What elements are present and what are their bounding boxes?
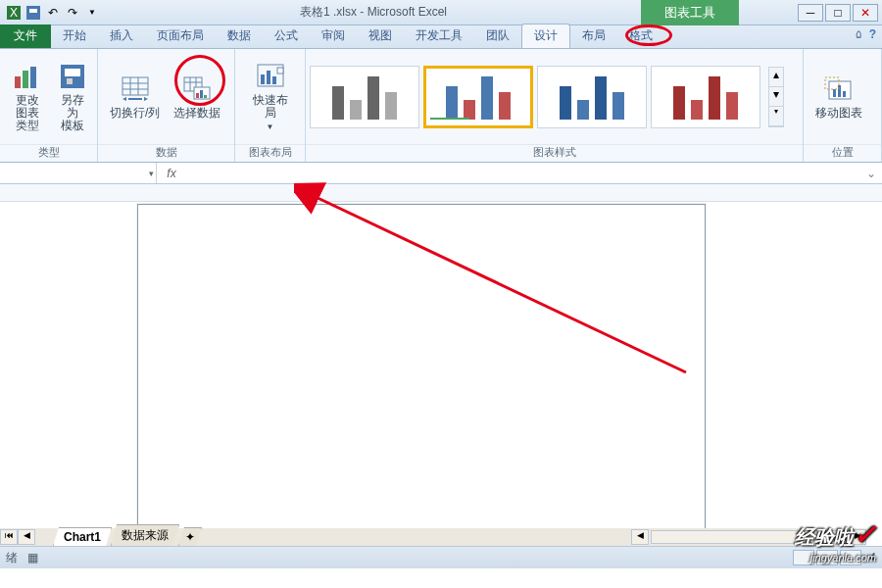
tab-review[interactable]: 审阅 bbox=[310, 24, 357, 48]
dropdown-icon: ▼ bbox=[267, 122, 274, 131]
redo-icon[interactable]: ↷ bbox=[65, 5, 80, 21]
annotation-circle-select-data bbox=[174, 55, 225, 106]
chart-canvas[interactable] bbox=[137, 204, 706, 537]
svg-rect-26 bbox=[272, 76, 276, 84]
svg-rect-31 bbox=[843, 91, 846, 97]
styles-scroll[interactable]: ▴ ▾ ▾ bbox=[768, 67, 784, 127]
tab-file[interactable]: 文件 bbox=[0, 24, 51, 48]
minimize-ribbon-icon[interactable]: ۵ bbox=[856, 27, 861, 41]
maximize-button[interactable]: □ bbox=[825, 4, 851, 22]
chart-style-2[interactable] bbox=[423, 66, 533, 128]
tab-page-layout[interactable]: 页面布局 bbox=[145, 24, 216, 48]
chart-style-1[interactable] bbox=[310, 66, 419, 128]
column-headers bbox=[0, 184, 882, 202]
svg-rect-3 bbox=[29, 9, 37, 13]
qat-dropdown-icon[interactable]: ▼ bbox=[84, 5, 100, 21]
tab-developer[interactable]: 开发工具 bbox=[404, 24, 474, 48]
group-type-label: 类型 bbox=[0, 144, 97, 162]
sheet-tab-data-source[interactable]: 数据来源 bbox=[111, 524, 179, 546]
scroll-up-icon[interactable]: ▴ bbox=[769, 68, 783, 87]
svg-rect-25 bbox=[267, 71, 270, 84]
tab-view[interactable]: 视图 bbox=[357, 24, 404, 48]
svg-rect-6 bbox=[30, 67, 36, 88]
save-as-template-button[interactable]: 另存为 模板 bbox=[53, 59, 92, 134]
svg-rect-27 bbox=[277, 68, 283, 74]
excel-icon: X bbox=[6, 5, 22, 21]
group-data-label: 数据 bbox=[98, 144, 234, 162]
macro-record-icon[interactable]: ▦ bbox=[27, 551, 38, 564]
svg-rect-5 bbox=[23, 71, 28, 88]
quick-layout-button[interactable]: 快速布局▼ bbox=[243, 59, 297, 135]
close-button[interactable]: ✕ bbox=[853, 4, 878, 22]
status-ready: 绪 bbox=[6, 550, 18, 566]
svg-rect-10 bbox=[122, 77, 148, 95]
group-styles-label: 图表样式 bbox=[306, 144, 803, 162]
fx-icon[interactable]: fx bbox=[157, 167, 186, 180]
tab-formulas[interactable]: 公式 bbox=[263, 24, 310, 48]
scroll-left-icon[interactable]: ◀ bbox=[631, 529, 649, 545]
tab-team[interactable]: 团队 bbox=[474, 24, 521, 48]
tab-data[interactable]: 数据 bbox=[216, 24, 263, 48]
tab-layout[interactable]: 布局 bbox=[570, 24, 617, 48]
chart-style-4[interactable] bbox=[651, 66, 760, 128]
svg-rect-24 bbox=[261, 74, 265, 84]
window-title: 表格1 .xlsx - Microsoft Excel bbox=[106, 4, 641, 21]
change-chart-type-button[interactable]: 更改 图表类型 bbox=[8, 59, 47, 134]
switch-row-col-button[interactable]: 切换行/列 bbox=[106, 72, 164, 122]
group-layout-label: 图表布局 bbox=[235, 144, 305, 162]
new-sheet-icon[interactable]: ✦ bbox=[178, 527, 202, 546]
save-icon[interactable] bbox=[25, 5, 41, 21]
group-position-label: 位置 bbox=[804, 144, 881, 162]
tab-home[interactable]: 开始 bbox=[51, 24, 98, 48]
help-icon[interactable]: ? bbox=[869, 27, 876, 41]
tab-design[interactable]: 设计 bbox=[521, 24, 570, 48]
chart-style-3[interactable] bbox=[537, 66, 647, 128]
scroll-down-icon[interactable]: ▾ bbox=[769, 87, 783, 107]
prev-sheet-icon[interactable]: ◀ bbox=[18, 529, 35, 545]
sheet-tab-chart1[interactable]: Chart1 bbox=[53, 527, 112, 546]
svg-rect-30 bbox=[838, 85, 841, 97]
formula-input[interactable] bbox=[186, 163, 860, 183]
first-sheet-icon[interactable]: ⏮ bbox=[0, 529, 18, 545]
annotation-circle-design bbox=[625, 24, 672, 46]
name-box[interactable] bbox=[0, 163, 157, 183]
watermark: 经验啦✓ jingyanla.com bbox=[795, 518, 876, 564]
minimize-button[interactable]: ─ bbox=[798, 4, 823, 22]
svg-rect-4 bbox=[15, 76, 21, 88]
scroll-more-icon[interactable]: ▾ bbox=[769, 107, 783, 126]
svg-rect-29 bbox=[833, 89, 836, 97]
svg-rect-9 bbox=[67, 78, 73, 84]
svg-text:X: X bbox=[10, 6, 18, 20]
chart-tools-label: 图表工具 bbox=[641, 0, 739, 25]
move-chart-button[interactable]: 移动图表 bbox=[811, 72, 866, 122]
undo-icon[interactable]: ↶ bbox=[45, 5, 61, 21]
svg-rect-8 bbox=[65, 69, 80, 76]
tab-insert[interactable]: 插入 bbox=[98, 24, 145, 48]
expand-formula-icon[interactable]: ⌄ bbox=[860, 167, 882, 180]
